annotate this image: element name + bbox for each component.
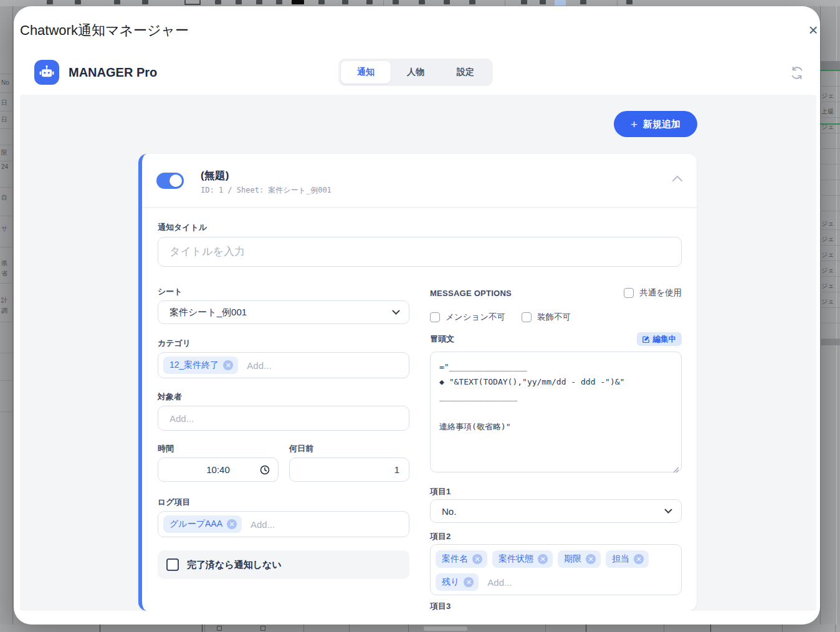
enabled-toggle[interactable]: [156, 173, 184, 189]
use-common-label: 共通を使用: [639, 287, 682, 299]
chip-label: 期限: [564, 553, 581, 565]
card-title: (無題): [201, 168, 229, 183]
app-name: MANAGER Pro: [69, 60, 157, 85]
notification-card: (無題) ID: 1 / Sheet: 案件シート_例001 通知タイトル シー…: [138, 154, 697, 611]
use-common-row: 共通を使用: [624, 287, 682, 299]
chip[interactable]: 案件名✕: [436, 550, 487, 568]
sheet-label: シート: [158, 286, 183, 297]
background-sheet-right: ジェ 上級 ジェ ジェ ジェ ジェ ジェ ジェ ジェ: [820, 6, 840, 625]
days-before-value: 1: [394, 464, 399, 475]
log-items-label: ログ項目: [158, 497, 191, 508]
chip-remove-icon[interactable]: ✕: [472, 554, 482, 564]
add-placeholder: Add...: [251, 519, 275, 530]
days-before-input[interactable]: 1: [289, 457, 409, 482]
resize-handle-icon[interactable]: [673, 464, 679, 476]
notification-manager-dialog: Chatwork通知マネージャー × MANAGER Pro 通知 人物 設定 …: [14, 6, 820, 625]
plus-icon: +: [631, 118, 637, 130]
toolbar-fill-icon: [292, 0, 304, 4]
message-flags-row: メンション不可 装飾不可: [430, 312, 571, 323]
refresh-icon[interactable]: [790, 66, 805, 81]
item1-select-value: No.: [442, 506, 456, 517]
opening-label: 冒頭文: [430, 333, 454, 345]
chip-label: 残り: [442, 577, 459, 588]
editing-badge-label: 編集中: [653, 334, 677, 345]
days-before-label: 何日前: [289, 443, 313, 454]
category-chip-input[interactable]: 12_案件終了 ✕ Add...: [158, 352, 409, 378]
no-decoration-checkbox[interactable]: [522, 312, 532, 322]
chip-remove-icon[interactable]: ✕: [464, 577, 474, 587]
targets-label: 対象者: [158, 391, 182, 403]
sheet-select[interactable]: 案件シート_例001: [158, 300, 409, 324]
chip-remove-icon[interactable]: ✕: [227, 519, 237, 529]
item1-label: 項目1: [430, 486, 451, 497]
background-sheet-left: No 日 日 限 24 自 サ 県 省 計 調: [0, 6, 14, 625]
item1-select[interactable]: No.: [430, 499, 682, 523]
add-placeholder: Add...: [487, 577, 512, 588]
chip-label: グループAAA: [169, 519, 222, 530]
robot-icon: [39, 64, 55, 80]
add-new-button[interactable]: + 新規追加: [614, 111, 697, 137]
no-mention-checkbox[interactable]: [430, 312, 440, 322]
category-label: カテゴリ: [158, 338, 191, 349]
opening-textarea[interactable]: ="________________ ◆ "&TEXT(TODAY(),"yy/…: [430, 352, 682, 472]
use-common-checkbox[interactable]: [624, 288, 634, 298]
notify-title-label: 通知タイトル: [158, 222, 207, 233]
edit-icon: [642, 335, 650, 343]
skip-done-row: 完了済なら通知しない: [158, 550, 409, 579]
chip-remove-icon[interactable]: ✕: [634, 554, 644, 564]
chip-remove-icon[interactable]: ✕: [223, 360, 233, 370]
chip[interactable]: グループAAA ✕: [163, 515, 242, 533]
no-decoration-row: 装飾不可: [522, 312, 571, 323]
no-decoration-label: 装飾不可: [537, 312, 571, 323]
chevron-down-icon: [664, 509, 672, 514]
tab-settings[interactable]: 設定: [441, 61, 490, 84]
opening-row: 冒頭文 編集中: [430, 332, 682, 346]
chip[interactable]: 担当✕: [606, 550, 649, 568]
toolbar-active-icon: [555, 0, 566, 6]
toolbar-zoom-box: [184, 0, 201, 5]
chip[interactable]: 12_案件終了 ✕: [163, 357, 238, 374]
add-new-label: 新規追加: [643, 118, 680, 130]
clock-icon: [260, 465, 270, 475]
divider: [142, 207, 697, 208]
time-label: 時間: [158, 443, 174, 454]
log-items-chip-input[interactable]: グループAAA ✕ Add...: [158, 511, 409, 537]
toggle-knob: [169, 175, 182, 187]
chip-label: 担当: [612, 553, 629, 565]
chevron-up-icon[interactable]: [672, 174, 685, 185]
close-icon[interactable]: ×: [804, 21, 823, 40]
item2-chip-input[interactable]: 案件名✕ 案件状態✕ 期限✕ 担当✕ 残り✕ Add...: [430, 544, 682, 595]
no-mention-row: メンション不可: [430, 312, 505, 323]
skip-done-label: 完了済なら通知しない: [187, 559, 282, 571]
background-sheet-bottom: [0, 625, 840, 632]
robot-app-icon: [34, 60, 59, 85]
no-mention-label: メンション不可: [446, 312, 505, 323]
chip[interactable]: 期限✕: [558, 550, 601, 568]
editing-badge[interactable]: 編集中: [637, 332, 682, 346]
time-value: 10:40: [206, 464, 230, 475]
add-placeholder: Add...: [169, 413, 194, 424]
background-toolbar-strip: [0, 0, 840, 6]
sheet-select-value: 案件シート_例001: [169, 307, 247, 318]
tab-people[interactable]: 人物: [391, 61, 441, 84]
card-meta: ID: 1 / Sheet: 案件シート_例001: [201, 185, 332, 196]
tab-bar: 通知 人物 設定: [338, 59, 493, 86]
add-placeholder: Add...: [247, 360, 271, 371]
message-options-row: MESSAGE OPTIONS 共通を使用: [430, 287, 682, 299]
time-input[interactable]: 10:40: [158, 457, 279, 482]
skip-done-checkbox[interactable]: [166, 558, 179, 571]
notifications-panel: + 新規追加 (無題) ID: 1 / Sheet: 案件シート_例001 通知…: [20, 95, 816, 611]
chip[interactable]: 案件状態✕: [492, 550, 553, 568]
notify-title-input[interactable]: [158, 237, 682, 267]
chip-label: 12_案件終了: [169, 360, 219, 371]
dialog-title: Chatwork通知マネージャー: [20, 21, 189, 40]
chip-remove-icon[interactable]: ✕: [586, 554, 596, 564]
targets-chip-input[interactable]: Add...: [158, 406, 409, 431]
chip-label: 案件状態: [499, 553, 533, 565]
chip-label: 案件名: [442, 553, 468, 565]
chip-remove-icon[interactable]: ✕: [538, 554, 548, 564]
chip[interactable]: 残り✕: [436, 573, 479, 591]
item2-label: 項目2: [430, 531, 451, 542]
item3-label: 項目3: [430, 601, 451, 611]
tab-notifications[interactable]: 通知: [341, 61, 391, 84]
